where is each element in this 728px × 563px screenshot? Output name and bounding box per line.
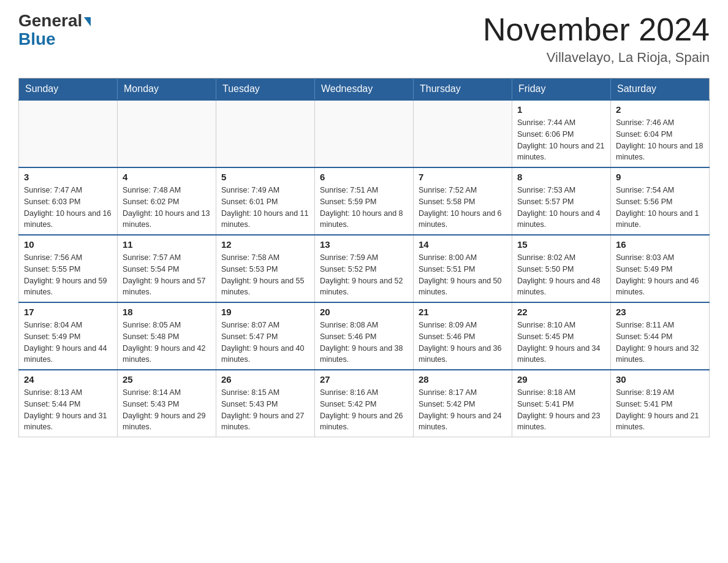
month-title: November 2024 xyxy=(483,12,710,47)
day-number: 12 xyxy=(221,239,309,250)
day-number: 15 xyxy=(517,239,605,250)
day-number: 11 xyxy=(123,239,211,250)
day-info: Sunrise: 7:48 AMSunset: 6:02 PMDaylight:… xyxy=(123,185,211,231)
calendar-cell: 23Sunrise: 8:11 AMSunset: 5:44 PMDayligh… xyxy=(611,302,710,370)
day-info: Sunrise: 7:53 AMSunset: 5:57 PMDaylight:… xyxy=(517,185,605,231)
day-number: 7 xyxy=(419,172,507,182)
day-info: Sunrise: 7:58 AMSunset: 5:53 PMDaylight:… xyxy=(221,252,309,298)
calendar-cell: 19Sunrise: 8:07 AMSunset: 5:47 PMDayligh… xyxy=(216,302,315,370)
location-title: Villavelayo, La Rioja, Spain xyxy=(483,50,710,66)
day-number: 27 xyxy=(320,374,408,385)
day-number: 10 xyxy=(24,239,112,250)
day-info: Sunrise: 8:00 AMSunset: 5:51 PMDaylight:… xyxy=(419,252,507,298)
header-row: SundayMondayTuesdayWednesdayThursdayFrid… xyxy=(19,79,710,101)
day-info: Sunrise: 8:11 AMSunset: 5:44 PMDaylight:… xyxy=(616,320,704,366)
calendar-cell: 2Sunrise: 7:46 AMSunset: 6:04 PMDaylight… xyxy=(611,100,710,167)
calendar-header: SundayMondayTuesdayWednesdayThursdayFrid… xyxy=(19,79,710,101)
calendar-cell: 17Sunrise: 8:04 AMSunset: 5:49 PMDayligh… xyxy=(19,302,118,370)
day-info: Sunrise: 7:52 AMSunset: 5:58 PMDaylight:… xyxy=(419,185,507,231)
calendar-cell: 18Sunrise: 8:05 AMSunset: 5:48 PMDayligh… xyxy=(118,302,216,370)
calendar-cell: 9Sunrise: 7:54 AMSunset: 5:56 PMDaylight… xyxy=(611,167,710,235)
calendar-cell: 27Sunrise: 8:16 AMSunset: 5:42 PMDayligh… xyxy=(315,370,414,437)
header-day-tuesday: Tuesday xyxy=(216,79,315,101)
header-day-saturday: Saturday xyxy=(611,79,710,101)
calendar-cell: 4Sunrise: 7:48 AMSunset: 6:02 PMDaylight… xyxy=(118,167,216,235)
day-number: 3 xyxy=(24,172,112,182)
week-row-2: 3Sunrise: 7:47 AMSunset: 6:03 PMDaylight… xyxy=(19,167,710,235)
header-day-sunday: Sunday xyxy=(19,79,118,101)
calendar-cell: 3Sunrise: 7:47 AMSunset: 6:03 PMDaylight… xyxy=(19,167,118,235)
day-info: Sunrise: 8:03 AMSunset: 5:49 PMDaylight:… xyxy=(616,252,704,298)
calendar-cell: 26Sunrise: 8:15 AMSunset: 5:43 PMDayligh… xyxy=(216,370,315,437)
header-day-friday: Friday xyxy=(512,79,611,101)
header-day-thursday: Thursday xyxy=(414,79,512,101)
day-number: 24 xyxy=(24,374,112,385)
logo-general: General xyxy=(18,12,91,29)
day-number: 1 xyxy=(517,104,605,115)
day-info: Sunrise: 8:05 AMSunset: 5:48 PMDaylight:… xyxy=(123,320,211,366)
day-number: 8 xyxy=(517,172,605,182)
calendar-cell xyxy=(118,100,216,167)
calendar-cell: 12Sunrise: 7:58 AMSunset: 5:53 PMDayligh… xyxy=(216,235,315,302)
day-number: 21 xyxy=(419,307,507,317)
day-number: 25 xyxy=(123,374,211,385)
day-info: Sunrise: 8:02 AMSunset: 5:50 PMDaylight:… xyxy=(517,252,605,298)
calendar-cell: 1Sunrise: 7:44 AMSunset: 6:06 PMDaylight… xyxy=(512,100,611,167)
week-row-4: 17Sunrise: 8:04 AMSunset: 5:49 PMDayligh… xyxy=(19,302,710,370)
day-number: 16 xyxy=(616,239,704,250)
day-number: 22 xyxy=(517,307,605,317)
day-info: Sunrise: 8:15 AMSunset: 5:43 PMDaylight:… xyxy=(221,387,309,433)
day-number: 14 xyxy=(419,239,507,250)
calendar-table: SundayMondayTuesdayWednesdayThursdayFrid… xyxy=(18,78,710,437)
day-info: Sunrise: 8:10 AMSunset: 5:45 PMDaylight:… xyxy=(517,320,605,366)
day-number: 30 xyxy=(616,374,704,385)
day-number: 5 xyxy=(221,172,309,182)
calendar-cell: 25Sunrise: 8:14 AMSunset: 5:43 PMDayligh… xyxy=(118,370,216,437)
calendar-cell xyxy=(19,100,118,167)
day-info: Sunrise: 7:49 AMSunset: 6:01 PMDaylight:… xyxy=(221,185,309,231)
calendar-cell: 15Sunrise: 8:02 AMSunset: 5:50 PMDayligh… xyxy=(512,235,611,302)
day-info: Sunrise: 8:04 AMSunset: 5:49 PMDaylight:… xyxy=(24,320,112,366)
week-row-3: 10Sunrise: 7:56 AMSunset: 5:55 PMDayligh… xyxy=(19,235,710,302)
calendar-cell: 28Sunrise: 8:17 AMSunset: 5:42 PMDayligh… xyxy=(414,370,512,437)
calendar-cell: 7Sunrise: 7:52 AMSunset: 5:58 PMDaylight… xyxy=(414,167,512,235)
logo-blue: Blue xyxy=(18,29,56,49)
day-number: 13 xyxy=(320,239,408,250)
day-info: Sunrise: 8:07 AMSunset: 5:47 PMDaylight:… xyxy=(221,320,309,366)
day-info: Sunrise: 7:57 AMSunset: 5:54 PMDaylight:… xyxy=(123,252,211,298)
calendar-cell xyxy=(216,100,315,167)
calendar-cell: 29Sunrise: 8:18 AMSunset: 5:41 PMDayligh… xyxy=(512,370,611,437)
day-info: Sunrise: 7:51 AMSunset: 5:59 PMDaylight:… xyxy=(320,185,408,231)
calendar-cell: 8Sunrise: 7:53 AMSunset: 5:57 PMDaylight… xyxy=(512,167,611,235)
calendar-cell: 30Sunrise: 8:19 AMSunset: 5:41 PMDayligh… xyxy=(611,370,710,437)
day-number: 26 xyxy=(221,374,309,385)
day-number: 20 xyxy=(320,307,408,317)
calendar-cell: 10Sunrise: 7:56 AMSunset: 5:55 PMDayligh… xyxy=(19,235,118,302)
day-number: 19 xyxy=(221,307,309,317)
day-number: 6 xyxy=(320,172,408,182)
day-info: Sunrise: 7:54 AMSunset: 5:56 PMDaylight:… xyxy=(616,185,704,231)
calendar-cell: 24Sunrise: 8:13 AMSunset: 5:44 PMDayligh… xyxy=(19,370,118,437)
day-info: Sunrise: 7:47 AMSunset: 6:03 PMDaylight:… xyxy=(24,185,112,231)
header-day-monday: Monday xyxy=(118,79,216,101)
calendar-cell: 21Sunrise: 8:09 AMSunset: 5:46 PMDayligh… xyxy=(414,302,512,370)
day-info: Sunrise: 8:14 AMSunset: 5:43 PMDaylight:… xyxy=(123,387,211,433)
day-number: 28 xyxy=(419,374,507,385)
calendar-cell: 11Sunrise: 7:57 AMSunset: 5:54 PMDayligh… xyxy=(118,235,216,302)
calendar-cell: 20Sunrise: 8:08 AMSunset: 5:46 PMDayligh… xyxy=(315,302,414,370)
day-number: 2 xyxy=(616,104,704,115)
day-number: 4 xyxy=(123,172,211,182)
day-info: Sunrise: 8:09 AMSunset: 5:46 PMDaylight:… xyxy=(419,320,507,366)
calendar-cell: 16Sunrise: 8:03 AMSunset: 5:49 PMDayligh… xyxy=(611,235,710,302)
day-info: Sunrise: 8:17 AMSunset: 5:42 PMDaylight:… xyxy=(419,387,507,433)
day-info: Sunrise: 8:13 AMSunset: 5:44 PMDaylight:… xyxy=(24,387,112,433)
week-row-1: 1Sunrise: 7:44 AMSunset: 6:06 PMDaylight… xyxy=(19,100,710,167)
day-number: 23 xyxy=(616,307,704,317)
day-number: 17 xyxy=(24,307,112,317)
calendar-cell: 13Sunrise: 7:59 AMSunset: 5:52 PMDayligh… xyxy=(315,235,414,302)
logo: General Blue xyxy=(18,12,91,49)
title-block: November 2024 Villavelayo, La Rioja, Spa… xyxy=(483,12,710,66)
calendar-cell: 22Sunrise: 8:10 AMSunset: 5:45 PMDayligh… xyxy=(512,302,611,370)
calendar-cell: 14Sunrise: 8:00 AMSunset: 5:51 PMDayligh… xyxy=(414,235,512,302)
calendar-cell: 6Sunrise: 7:51 AMSunset: 5:59 PMDaylight… xyxy=(315,167,414,235)
